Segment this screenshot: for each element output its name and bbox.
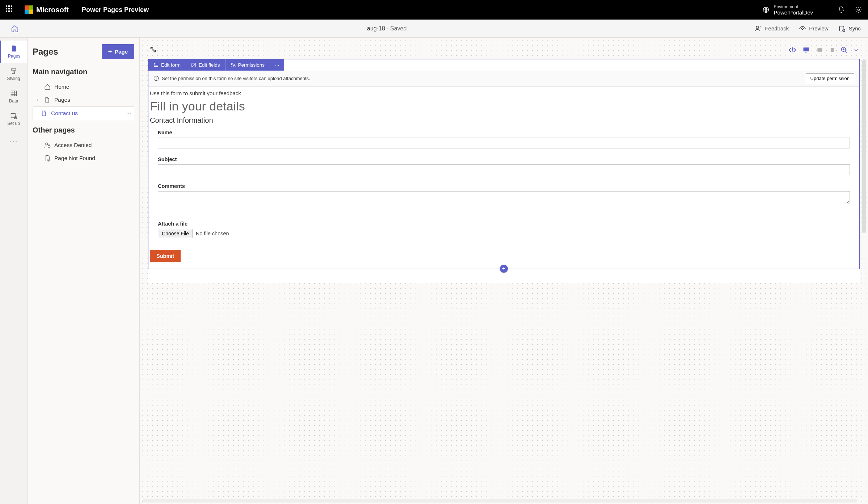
feedback-button[interactable]: Feedback: [755, 25, 789, 32]
ellipsis-icon: ···: [275, 62, 279, 68]
svg-rect-18: [154, 63, 155, 64]
form-toolbar: Edit form Edit fields Permissions ···: [148, 59, 284, 71]
tree-item-page-not-found[interactable]: Page Not Found: [33, 152, 134, 165]
tree-label: Access Denied: [54, 142, 92, 148]
feedback-label: Feedback: [765, 25, 789, 32]
preview-button[interactable]: Preview: [799, 25, 828, 32]
tree-label: Page Not Found: [54, 155, 95, 161]
field-comments: Comments: [148, 182, 859, 212]
app-header: Microsoft Power Pages Preview Environmen…: [0, 0, 868, 20]
tree-item-home[interactable]: Home: [33, 80, 134, 93]
form-heading: Fill in your details: [148, 96, 859, 115]
subject-label: Subject: [158, 156, 850, 162]
new-page-label: Page: [115, 49, 128, 55]
sync-button[interactable]: Sync: [839, 25, 861, 32]
comments-input[interactable]: [158, 191, 850, 204]
choose-file-button[interactable]: Choose File: [158, 229, 193, 238]
svg-point-3: [802, 28, 804, 29]
form-icon: [153, 63, 159, 68]
code-view-icon[interactable]: [788, 46, 796, 54]
svg-point-2: [757, 26, 759, 29]
canvas-toolbar: [148, 46, 860, 54]
file-status: No file chosen: [196, 231, 229, 236]
vertical-scrollbar[interactable]: [862, 59, 866, 233]
new-page-button[interactable]: + Page: [102, 44, 134, 59]
update-permission-button[interactable]: Update permission: [806, 74, 854, 83]
ellipsis-icon[interactable]: ···: [126, 110, 131, 117]
sync-icon: [839, 25, 846, 32]
field-name: Name: [148, 128, 859, 155]
rail-styling-label: Styling: [7, 76, 20, 81]
waffle-icon[interactable]: [6, 5, 14, 14]
field-attach: Attach a file Choose File No file chosen: [148, 212, 859, 245]
environment-label: Environment: [774, 4, 813, 9]
svg-point-1: [858, 9, 860, 11]
tablet-landscape-icon[interactable]: [816, 47, 824, 53]
tree-item-contact-us[interactable]: Contact us ···: [33, 106, 134, 120]
feedback-icon: [755, 25, 762, 32]
rail-more[interactable]: ···: [0, 130, 27, 153]
add-section-button[interactable]: +: [500, 265, 508, 273]
name-input[interactable]: [158, 138, 850, 148]
edit-form-label: Edit form: [161, 62, 181, 68]
desktop-view-icon[interactable]: [802, 47, 810, 53]
microsoft-logo: Microsoft: [25, 5, 69, 14]
horizontal-scrollbar[interactable]: [143, 499, 857, 503]
rail-setup[interactable]: Set up: [0, 108, 27, 130]
svg-rect-16: [831, 48, 834, 52]
tree-label: Pages: [54, 97, 70, 103]
rail-data[interactable]: Data: [0, 85, 27, 108]
edit-fields-label: Edit fields: [199, 62, 220, 68]
rail-pages[interactable]: Pages: [0, 41, 27, 63]
brand-text: Microsoft: [36, 6, 69, 14]
tablet-portrait-icon[interactable]: [830, 46, 835, 54]
more-button[interactable]: ···: [270, 59, 284, 71]
tree-item-access-denied[interactable]: Access Denied: [33, 139, 134, 152]
microsoft-squares-icon: [25, 5, 33, 14]
site-name: aug-18: [367, 25, 385, 32]
bell-icon[interactable]: [838, 6, 845, 13]
svg-point-5: [842, 29, 845, 32]
edit-form-button[interactable]: Edit form: [148, 59, 186, 71]
environment-selector[interactable]: Environment PowerPortalDev: [762, 4, 813, 16]
rail-styling[interactable]: Styling: [0, 63, 27, 85]
setup-icon: [10, 112, 17, 119]
edit-fields-button[interactable]: Edit fields: [186, 59, 226, 71]
form-component[interactable]: Edit form Edit fields Permissions ···: [148, 59, 860, 269]
document-icon: [41, 110, 47, 117]
resize-icon[interactable]: [149, 46, 158, 54]
environment-name: PowerPortalDev: [774, 9, 813, 16]
svg-rect-15: [817, 48, 822, 51]
site-status: aug-18 - Saved: [19, 25, 755, 32]
svg-point-10: [46, 143, 48, 145]
main-area: Pages Styling Data Set up ··· Pages: [0, 38, 868, 504]
svg-rect-14: [805, 52, 807, 52]
submit-button[interactable]: Submit: [150, 250, 181, 262]
svg-rect-6: [12, 68, 16, 71]
zoom-icon[interactable]: [840, 46, 848, 54]
permissions-label: Permissions: [238, 62, 265, 68]
eye-icon: [799, 25, 806, 32]
person-lock-icon: [44, 142, 51, 148]
section-other-pages: Other pages: [33, 126, 134, 134]
tree-label: Home: [54, 84, 69, 90]
section-main-nav: Main navigation: [33, 68, 134, 76]
chevron-down-icon[interactable]: [854, 47, 859, 52]
chevron-right-icon: [35, 98, 41, 102]
permissions-button[interactable]: Permissions: [226, 59, 270, 71]
save-status: - Saved: [385, 25, 407, 32]
ellipsis-icon: ···: [9, 137, 18, 146]
svg-rect-11: [48, 146, 50, 148]
svg-rect-7: [11, 91, 16, 96]
attach-label: Attach a file: [158, 221, 850, 227]
tree-item-pages[interactable]: Pages: [33, 93, 134, 106]
command-bar: aug-18 - Saved Feedback Preview Sync: [0, 20, 868, 38]
svg-rect-21: [233, 65, 235, 67]
subject-input[interactable]: [158, 164, 850, 175]
field-subject: Subject: [148, 155, 859, 182]
brush-icon: [10, 67, 17, 75]
gear-icon[interactable]: [855, 6, 862, 13]
view-controls: [788, 46, 859, 54]
preview-label: Preview: [809, 25, 828, 32]
home-icon[interactable]: [11, 25, 19, 33]
